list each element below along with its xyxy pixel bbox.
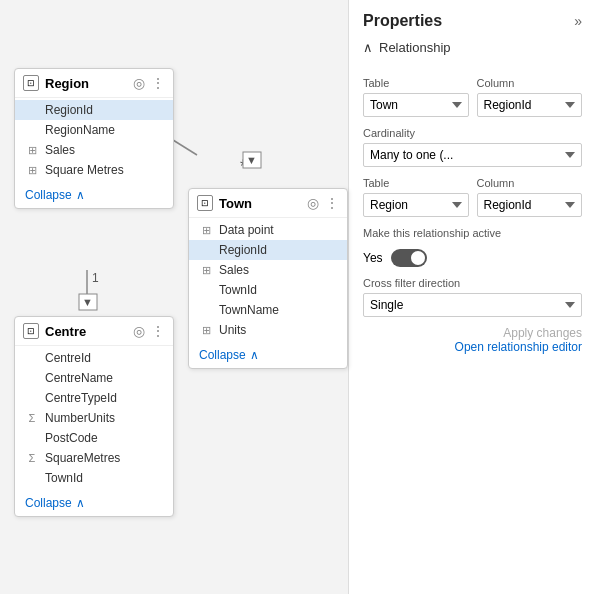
region-collapse-icon: ∧ — [76, 188, 85, 202]
region-regionname-label: RegionName — [45, 123, 115, 137]
centre-numberunits-label: NumberUnits — [45, 411, 115, 425]
region-collapse-label: Collapse — [25, 188, 72, 202]
cross-filter-select[interactable]: Single Both — [363, 293, 582, 317]
apply-changes-label: Apply changes — [503, 326, 582, 340]
toggle-yes-label: Yes — [363, 251, 383, 265]
town-sales-icon: ⊞ — [199, 264, 213, 277]
centre-more-icon[interactable]: ⋮ — [151, 323, 165, 339]
centre-squaremetres-icon: Σ — [25, 452, 39, 464]
region-collapse-btn[interactable]: Collapse ∧ — [15, 182, 173, 208]
open-editor-link[interactable]: Open relationship editor — [363, 340, 582, 354]
region-more-icon[interactable]: ⋮ — [151, 75, 165, 91]
town-datapoint-label: Data point — [219, 223, 274, 237]
centre-centrename-label: CentreName — [45, 371, 113, 385]
region-sales-label: Sales — [45, 143, 75, 157]
active-label: Make this relationship active — [363, 227, 582, 239]
svg-rect-9 — [79, 294, 97, 310]
panel-header: Properties » — [363, 12, 582, 30]
sales-icon: ⊞ — [25, 144, 39, 157]
town-more-icon[interactable]: ⋮ — [325, 195, 339, 211]
squaremetres-icon: ⊞ — [25, 164, 39, 177]
datapoint-icon: ⊞ — [199, 224, 213, 237]
canvas-area: 1 * 1 * ▼ ▼ ⊡ Region ◎ ⋮ RegionId — [0, 0, 348, 594]
town-card-rows: ⊞ Data point RegionId ⊞ Sales TownId Tow… — [189, 218, 347, 342]
column1-label: Column — [477, 77, 583, 89]
centre-townid-label: TownId — [45, 471, 83, 485]
town-row-sales: ⊞ Sales — [189, 260, 347, 280]
properties-panel: Properties » ∧ Relationship Table Town R… — [348, 0, 596, 594]
centre-card-rows: CentreId CentreName CentreTypeId Σ Numbe… — [15, 346, 173, 490]
centre-collapse-btn[interactable]: Collapse ∧ — [15, 490, 173, 516]
town-row-units: ⊞ Units — [189, 320, 347, 340]
table2-label: Table — [363, 177, 469, 189]
relationship-section-header: ∧ Relationship — [363, 40, 582, 55]
centre-card-actions: ◎ ⋮ — [133, 323, 165, 339]
column1-select[interactable]: RegionId — [477, 93, 583, 117]
svg-rect-7 — [243, 152, 261, 168]
svg-text:1: 1 — [92, 271, 99, 285]
table2-select[interactable]: Region Town Centre — [363, 193, 469, 217]
region-squaremetres-label: Square Metres — [45, 163, 124, 177]
cross-filter-label: Cross filter direction — [363, 277, 582, 289]
town-row-datapoint: ⊞ Data point — [189, 220, 347, 240]
town-units-icon: ⊞ — [199, 324, 213, 337]
town-eye-icon[interactable]: ◎ — [307, 195, 319, 211]
svg-text:▼: ▼ — [82, 296, 93, 308]
numberunits-icon: Σ — [25, 412, 39, 424]
table2-col: Table Region Town Centre — [363, 167, 469, 217]
panel-expand-icon[interactable]: » — [574, 13, 582, 29]
centre-row-centretypeid: CentreTypeId — [15, 388, 173, 408]
centre-collapse-label: Collapse — [25, 496, 72, 510]
region-eye-icon[interactable]: ◎ — [133, 75, 145, 91]
centre-row-numberunits: Σ NumberUnits — [15, 408, 173, 428]
centre-row-centreid: CentreId — [15, 348, 173, 368]
panel-actions: Apply changes Open relationship editor — [363, 325, 582, 354]
region-row-sales: ⊞ Sales — [15, 140, 173, 160]
region-regionid-label: RegionId — [45, 103, 93, 117]
town-townid-label: TownId — [219, 283, 257, 297]
region-card-rows: RegionId RegionName ⊞ Sales ⊞ Square Met… — [15, 98, 173, 182]
town-row-townname: TownName — [189, 300, 347, 320]
svg-text:*: * — [240, 158, 246, 175]
section-title: Relationship — [379, 40, 451, 55]
town-row-townid: TownId — [189, 280, 347, 300]
centre-squaremetres-label: SquareMetres — [45, 451, 120, 465]
region-row-regionid: RegionId — [15, 100, 173, 120]
centre-table-icon: ⊡ — [23, 323, 39, 339]
town-card: ⊡ Town ◎ ⋮ ⊞ Data point RegionId ⊞ Sales — [188, 188, 348, 369]
cardinality-select[interactable]: Many to one (... One to many One to one … — [363, 143, 582, 167]
town-card-title: Town — [219, 196, 301, 211]
town-row-regionid: RegionId — [189, 240, 347, 260]
town-collapse-icon: ∧ — [250, 348, 259, 362]
town-card-actions: ◎ ⋮ — [307, 195, 339, 211]
centre-eye-icon[interactable]: ◎ — [133, 323, 145, 339]
town-card-header: ⊡ Town ◎ ⋮ — [189, 189, 347, 218]
town-collapse-btn[interactable]: Collapse ∧ — [189, 342, 347, 368]
region-card-title: Region — [45, 76, 127, 91]
table1-select[interactable]: Town Region Centre — [363, 93, 469, 117]
centre-centreid-label: CentreId — [45, 351, 91, 365]
svg-marker-3 — [242, 155, 254, 160]
column2-label: Column — [477, 177, 583, 189]
centre-row-townid: TownId — [15, 468, 173, 488]
centre-row-postcode: PostCode — [15, 428, 173, 448]
column2-col: Column RegionId — [477, 167, 583, 217]
active-toggle[interactable] — [391, 249, 427, 267]
column2-select[interactable]: RegionId — [477, 193, 583, 217]
region-row-regionname: RegionName — [15, 120, 173, 140]
region-card: ⊡ Region ◎ ⋮ RegionId RegionName ⊞ Sales… — [14, 68, 174, 209]
column1-col: Column RegionId — [477, 67, 583, 117]
cardinality-label: Cardinality — [363, 127, 582, 139]
town-townname-label: TownName — [219, 303, 279, 317]
centre-centretypeid-label: CentreTypeId — [45, 391, 117, 405]
section-collapse-icon[interactable]: ∧ — [363, 40, 373, 55]
table1-row: Table Town Region Centre Column RegionId — [363, 67, 582, 117]
centre-card-title: Centre — [45, 324, 127, 339]
centre-card: ⊡ Centre ◎ ⋮ CentreId CentreName CentreT… — [14, 316, 174, 517]
region-card-header: ⊡ Region ◎ ⋮ — [15, 69, 173, 98]
town-units-label: Units — [219, 323, 246, 337]
table2-row: Table Region Town Centre Column RegionId — [363, 167, 582, 217]
centre-row-squaremetres: Σ SquareMetres — [15, 448, 173, 468]
town-collapse-label: Collapse — [199, 348, 246, 362]
table1-label: Table — [363, 77, 469, 89]
